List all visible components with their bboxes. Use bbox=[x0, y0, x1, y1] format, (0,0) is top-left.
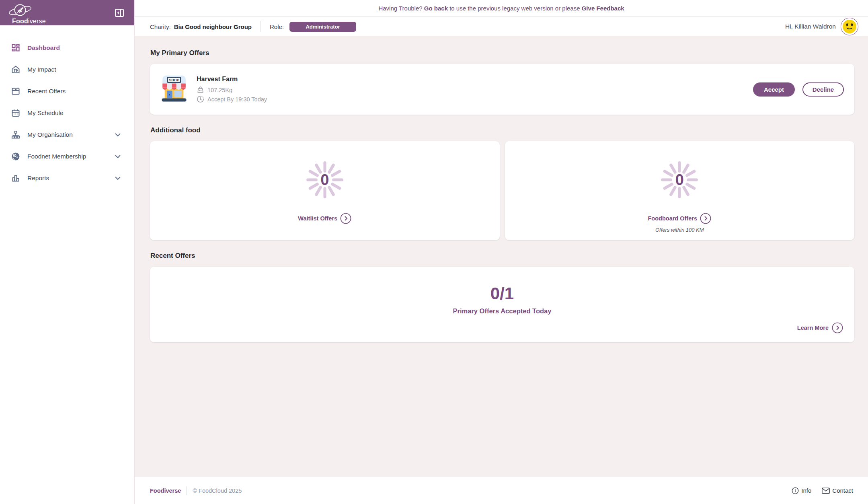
role-badge: Administrator bbox=[289, 22, 356, 32]
offers-accepted-caption: Primary Offers Accepted Today bbox=[453, 307, 552, 315]
waitlist-offers-link[interactable]: Waitlist Offers bbox=[298, 213, 351, 224]
foodboard-radius-note: Offers within 100 KM bbox=[655, 227, 704, 233]
chevron-down-icon bbox=[115, 155, 121, 158]
main-area: Having Trouble? Go back to use the previ… bbox=[135, 0, 868, 504]
sidebar-item-label: My Impact bbox=[27, 66, 56, 73]
learn-more-link[interactable]: Learn More bbox=[797, 322, 843, 333]
contact-label: Contact bbox=[832, 487, 853, 494]
additional-food-heading: Additional food bbox=[150, 126, 854, 134]
sidebar-item-dashboard[interactable]: Dashboard bbox=[0, 37, 134, 59]
foodboard-offers-link[interactable]: Foodboard Offers bbox=[648, 213, 711, 224]
recent-offers-heading: Recent Offers bbox=[150, 252, 854, 260]
accept-button[interactable]: Accept bbox=[753, 82, 795, 97]
sidebar-item-label: My Schedule bbox=[27, 109, 64, 117]
calendar-icon bbox=[11, 108, 21, 118]
legacy-version-banner: Having Trouble? Go back to use the previ… bbox=[135, 0, 868, 17]
learn-more-label: Learn More bbox=[797, 325, 829, 331]
dashboard-grid-icon bbox=[11, 43, 21, 53]
banner-text: Having Trouble? bbox=[378, 5, 424, 12]
page-header: Charity: Bia Good neighbour Group Role: … bbox=[135, 17, 868, 36]
house-utensils-icon bbox=[11, 65, 21, 74]
charity-label: Charity: bbox=[150, 23, 171, 30]
recent-offers-card: 0/1 Primary Offers Accepted Today Learn … bbox=[150, 267, 854, 342]
foodboard-offers-card: 0 Foodboard Offers Offers within 100 KM bbox=[505, 141, 855, 240]
dashboard-content: My Primary Offers bbox=[135, 36, 868, 477]
sidebar: Foodiverse Dashboard bbox=[0, 0, 135, 504]
primary-offers-heading: My Primary Offers bbox=[150, 49, 854, 57]
sidebar-item-label: Reports bbox=[27, 175, 49, 182]
offer-weight-row: KG 107.25Kg bbox=[197, 86, 267, 94]
chevron-right-circle-icon bbox=[340, 213, 351, 224]
avatar[interactable] bbox=[841, 18, 858, 35]
foodboard-offers-label: Foodboard Offers bbox=[648, 215, 697, 222]
sidebar-item-my-impact[interactable]: My Impact bbox=[0, 59, 134, 80]
foodiverse-planet-logo-icon bbox=[8, 2, 33, 19]
sidebar-item-label: Recent Offers bbox=[27, 88, 66, 95]
chevron-right-circle-icon bbox=[832, 322, 843, 333]
footer-divider bbox=[187, 486, 187, 495]
sidebar-item-my-organisation[interactable]: My Organisation bbox=[0, 124, 134, 146]
bar-chart-icon bbox=[11, 173, 21, 183]
community-globe-icon bbox=[11, 152, 21, 161]
offer-name: Harvest Farm bbox=[197, 76, 267, 83]
waitlist-offers-label: Waitlist Offers bbox=[298, 215, 337, 222]
footer-links: Info Contact bbox=[792, 487, 853, 494]
give-feedback-link[interactable]: Give Feedback bbox=[582, 5, 624, 12]
offer-weight: 107.25Kg bbox=[207, 87, 232, 93]
charity-name: Bia Good neighbour Group bbox=[174, 23, 252, 30]
info-icon bbox=[792, 487, 799, 494]
sidebar-item-label: Dashboard bbox=[27, 44, 60, 51]
org-chart-icon bbox=[11, 130, 21, 140]
svg-text:KG: KG bbox=[199, 89, 202, 92]
sidebar-item-recent-offers[interactable]: Recent Offers bbox=[0, 80, 134, 102]
envelope-icon bbox=[822, 488, 830, 494]
smiley-face-icon bbox=[843, 20, 856, 33]
weight-kg-icon: KG bbox=[197, 86, 204, 94]
waitlist-offers-card: 0 Waitlist Offers bbox=[150, 141, 500, 240]
offer-actions: Accept Decline bbox=[753, 82, 844, 97]
header-divider bbox=[261, 21, 261, 32]
sidebar-item-foodnet-membership[interactable]: Foodnet Membership bbox=[0, 146, 134, 167]
user-info: Hi, Killian Waldron bbox=[785, 18, 858, 35]
foodiverse-logo-text: Foodiverse bbox=[12, 18, 134, 25]
archive-box-icon bbox=[11, 86, 21, 96]
app-window: Foodiverse Dashboard bbox=[0, 0, 868, 504]
offer-deadline: Accept By 19:30 Today bbox=[207, 96, 267, 103]
user-greeting: Hi, Killian Waldron bbox=[785, 23, 836, 30]
clock-icon bbox=[197, 95, 204, 103]
foodboard-count-sunburst: 0 bbox=[655, 155, 704, 205]
banner-text: to use the previous legacy web version o… bbox=[448, 5, 582, 12]
footer-copyright: © FoodCloud 2025 bbox=[193, 488, 242, 494]
waitlist-count-sunburst: 0 bbox=[300, 155, 350, 205]
sidebar-nav: Dashboard My Impact Recent Offers bbox=[0, 25, 134, 189]
chevron-down-icon bbox=[115, 177, 121, 180]
sidebar-item-my-schedule[interactable]: My Schedule bbox=[0, 102, 134, 124]
footer-brand: Foodiverse bbox=[150, 488, 181, 494]
waitlist-offers-count: 0 bbox=[300, 155, 350, 205]
collapse-sidebar-icon[interactable] bbox=[115, 9, 124, 17]
info-link[interactable]: Info bbox=[792, 487, 811, 494]
chevron-right-circle-icon bbox=[700, 213, 711, 224]
offers-accepted-stat: 0/1 bbox=[490, 284, 514, 303]
sidebar-item-label: Foodnet Membership bbox=[27, 153, 86, 160]
sidebar-header: Foodiverse bbox=[0, 0, 134, 25]
info-label: Info bbox=[801, 487, 811, 494]
foodboard-offers-count: 0 bbox=[655, 155, 704, 205]
offer-deadline-row: Accept By 19:30 Today bbox=[197, 95, 267, 103]
charity-info: Charity: Bia Good neighbour Group Role: … bbox=[150, 21, 356, 32]
chevron-down-icon bbox=[115, 133, 121, 137]
additional-food-cards: 0 Waitlist Offers bbox=[150, 141, 854, 240]
offer-info: Harvest Farm KG 107.25Kg bbox=[197, 76, 267, 103]
storefront-icon: SHOP bbox=[160, 75, 189, 104]
logo-text-rest: iverse bbox=[28, 18, 46, 25]
go-back-link[interactable]: Go back bbox=[424, 5, 448, 12]
contact-link[interactable]: Contact bbox=[822, 487, 853, 494]
primary-offer-card: SHOP Harvest Farm KG 107.25Kg bbox=[150, 64, 854, 115]
decline-button[interactable]: Decline bbox=[802, 82, 844, 97]
svg-text:SHOP: SHOP bbox=[169, 78, 179, 82]
sidebar-item-label: My Organisation bbox=[27, 131, 73, 138]
role-label: Role: bbox=[270, 23, 284, 30]
sidebar-item-reports[interactable]: Reports bbox=[0, 167, 134, 189]
footer: Foodiverse © FoodCloud 2025 Info Contact bbox=[135, 477, 868, 504]
logo-text-bold: Food bbox=[12, 18, 28, 25]
